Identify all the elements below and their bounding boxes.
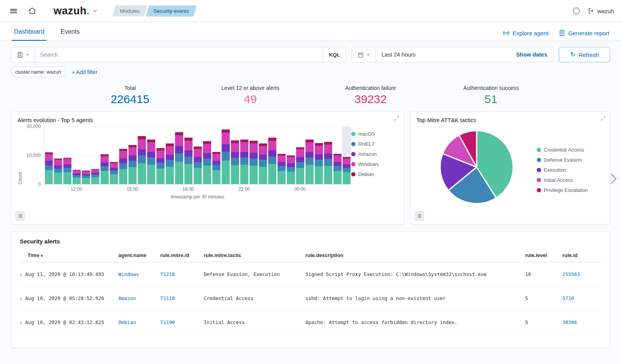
column-header-agent-name[interactable]: agent.name bbox=[118, 252, 160, 258]
flyout-chevron-icon[interactable] bbox=[608, 171, 619, 186]
expand-row-icon[interactable]: › bbox=[20, 319, 22, 325]
legend-item-initial-access[interactable]: Initial Access bbox=[537, 177, 604, 183]
legend-item-windows[interactable]: Windows bbox=[351, 161, 397, 167]
bar-16:30[interactable] bbox=[156, 126, 165, 184]
legend-label: Initial Access bbox=[544, 177, 573, 183]
panel-options-icon[interactable] bbox=[414, 211, 424, 221]
column-header-rule-level[interactable]: rule.level bbox=[525, 252, 562, 258]
time-range-value[interactable]: Last 24 hours bbox=[376, 52, 416, 58]
expand-panel-icon[interactable] bbox=[394, 116, 399, 121]
legend-item-execution[interactable]: Execution bbox=[537, 167, 604, 173]
legend-item-defense-evasion[interactable]: Defense Evasion bbox=[537, 157, 604, 163]
bar-01:00[interactable] bbox=[314, 126, 323, 184]
stat-value: 49 bbox=[219, 93, 281, 106]
cell-rule-id[interactable]: 5710 bbox=[562, 295, 601, 301]
breadcrumb-security-events[interactable]: Security events bbox=[146, 5, 197, 17]
bar-14:30[interactable] bbox=[119, 126, 128, 184]
breadcrumb-modules[interactable]: Modules bbox=[112, 5, 147, 17]
bar-11:30[interactable] bbox=[63, 126, 72, 184]
bar-10:30[interactable] bbox=[44, 126, 54, 184]
legend-item-privilege-escalation[interactable]: Privilege Escalation bbox=[537, 187, 604, 193]
bar-23:30[interactable] bbox=[286, 126, 295, 184]
bar-19:00[interactable] bbox=[202, 126, 212, 184]
cell-agent-name[interactable]: Windows bbox=[118, 271, 160, 277]
legend-item-debian[interactable]: Debian bbox=[351, 171, 397, 177]
cell-rule-id[interactable]: 255563 bbox=[562, 271, 601, 277]
column-header-rule-mitre-tactic[interactable]: rule.mitre.tactic bbox=[204, 252, 305, 258]
pie-chart[interactable] bbox=[434, 125, 519, 209]
show-dates-button[interactable]: Show dates bbox=[516, 52, 553, 58]
bar-18:30[interactable] bbox=[193, 126, 203, 184]
home-icon[interactable] bbox=[26, 4, 39, 17]
expand-panel-icon[interactable] bbox=[600, 116, 606, 121]
bar-20:00[interactable] bbox=[221, 126, 230, 184]
legend-item-macos[interactable]: macOS bbox=[351, 131, 397, 137]
bar-12:30[interactable] bbox=[82, 126, 91, 184]
bar-17:00[interactable] bbox=[165, 126, 175, 184]
bar-19:30[interactable] bbox=[212, 126, 221, 184]
kql-toggle[interactable]: KQL bbox=[323, 47, 346, 62]
app-logo: wazuh. bbox=[54, 5, 90, 17]
bar-15:00[interactable] bbox=[128, 126, 137, 184]
add-filter-button[interactable]: + Add filter bbox=[72, 69, 98, 75]
cell-agent-name[interactable]: Amazon bbox=[118, 295, 160, 301]
bar-21:30[interactable] bbox=[249, 126, 258, 184]
bar-22:00[interactable] bbox=[258, 126, 267, 184]
bar-16:00[interactable] bbox=[147, 126, 156, 184]
time-picker-calendar-button[interactable] bbox=[352, 47, 376, 62]
cell-rule-id[interactable]: 30306 bbox=[562, 319, 601, 325]
search-input[interactable] bbox=[35, 52, 323, 58]
expand-row-icon[interactable]: › bbox=[20, 295, 22, 301]
filter-chip-cluster-name[interactable]: cluster.name: wazuh bbox=[11, 67, 66, 77]
bar-00:00[interactable] bbox=[295, 126, 305, 184]
tab-events[interactable]: Events bbox=[58, 24, 82, 41]
bar-21:00[interactable] bbox=[239, 126, 249, 184]
user-menu[interactable]: wazuh bbox=[588, 7, 614, 14]
column-header-rule-mitre-id[interactable]: rule.mitre.id bbox=[160, 252, 204, 258]
bar-15:30[interactable] bbox=[137, 126, 147, 184]
bar-20:30[interactable] bbox=[230, 126, 239, 184]
generate-report-button[interactable]: Generate report bbox=[559, 29, 609, 36]
bar-13:30[interactable] bbox=[100, 126, 109, 184]
stat-value: 226415 bbox=[99, 93, 161, 106]
column-header-time[interactable]: Time▾ bbox=[20, 252, 118, 258]
saved-queries-button[interactable] bbox=[11, 47, 35, 62]
column-header-rule-description[interactable]: rule.description bbox=[305, 252, 525, 258]
refresh-button[interactable]: ↻ Refresh bbox=[559, 47, 610, 62]
expand-row-icon[interactable]: › bbox=[20, 271, 22, 277]
bar-chart[interactable] bbox=[44, 126, 351, 185]
cell-time: ›Aug 10, 2020 @ 05:28:52.926 bbox=[20, 295, 118, 301]
bar-14:00[interactable] bbox=[109, 126, 119, 184]
bar-00:30[interactable] bbox=[305, 126, 314, 184]
cell-agent-name[interactable]: Debian bbox=[118, 319, 160, 325]
tab-dashboard[interactable]: Dashboard bbox=[12, 24, 47, 41]
bar-11:00[interactable] bbox=[54, 126, 63, 184]
bar-13:00[interactable] bbox=[91, 126, 100, 184]
bar-18:00[interactable] bbox=[184, 126, 193, 184]
cell-mitre-id[interactable]: T1110 bbox=[160, 295, 204, 301]
tab-bar: Dashboard Events Explore agent Generate … bbox=[0, 22, 621, 41]
bar-02:30[interactable] bbox=[342, 126, 351, 184]
cell-mitre-id[interactable]: T1190 bbox=[160, 319, 204, 325]
legend-dot bbox=[537, 168, 541, 172]
legend-item-credential-access[interactable]: Credential Access bbox=[537, 147, 604, 153]
column-header-rule-id[interactable]: rule.id bbox=[562, 252, 601, 258]
bar-22:30[interactable] bbox=[267, 126, 277, 184]
panel-options-icon[interactable] bbox=[15, 211, 25, 221]
bar-02:00[interactable] bbox=[333, 126, 342, 184]
bar-12:00[interactable] bbox=[72, 126, 82, 184]
space-ring-icon[interactable] bbox=[572, 7, 581, 15]
stat-value: 51 bbox=[460, 93, 522, 106]
wazuh-logo-menu[interactable]: wazuh. bbox=[44, 5, 98, 17]
bar-23:00[interactable] bbox=[277, 126, 286, 184]
cell-mitre-id[interactable]: T1218 bbox=[160, 271, 204, 277]
legend-item-rhel7[interactable]: RHEL7 bbox=[351, 141, 397, 147]
menu-icon[interactable] bbox=[7, 4, 20, 17]
legend-item-amazon[interactable]: Amazon bbox=[351, 151, 397, 157]
bar-17:30[interactable] bbox=[175, 126, 184, 184]
bar-01:30[interactable] bbox=[323, 126, 333, 184]
table-row: ›Aug 10, 2020 @ 05:28:52.926AmazonT1110C… bbox=[20, 286, 601, 311]
explore-agent-button[interactable]: Explore agent bbox=[502, 29, 549, 37]
stat-label: Total bbox=[99, 85, 161, 91]
chevron-down-icon bbox=[366, 52, 371, 57]
